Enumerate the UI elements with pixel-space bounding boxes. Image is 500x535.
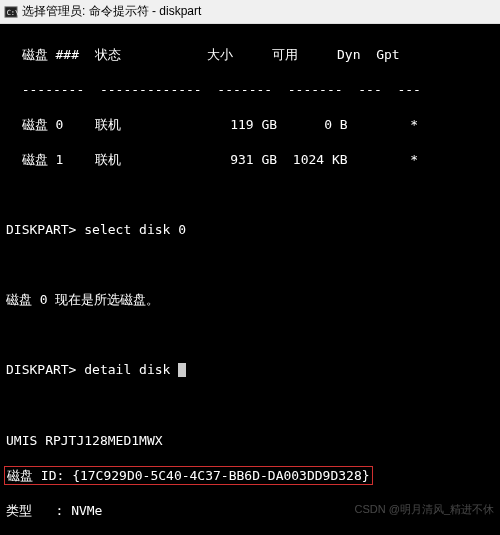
select-confirm: 磁盘 0 现在是所选磁盘。 xyxy=(6,291,494,309)
table-row: 磁盘 1 联机 931 GB 1024 KB * xyxy=(6,151,494,169)
svg-text:C:\: C:\ xyxy=(7,8,18,16)
prompt-line: DISKPART> select disk 0 xyxy=(6,221,494,239)
blank-line xyxy=(6,396,494,414)
blank-line xyxy=(6,186,494,204)
cursor xyxy=(178,363,186,377)
blank-line xyxy=(6,326,494,344)
disk-model: UMIS RPJTJ128MED1MWX xyxy=(6,432,494,450)
disk-table-divider: -------- ------------- ------- ------- -… xyxy=(6,81,494,99)
terminal-output[interactable]: 磁盘 ### 状态 大小 可用 Dyn Gpt -------- -------… xyxy=(0,24,500,535)
disk-id-line: 磁盘 ID: {17C929D0-5C40-4C37-BB6D-DA003DD9… xyxy=(6,467,494,485)
window-titlebar: C:\ 选择管理员: 命令提示符 - diskpart xyxy=(0,0,500,24)
highlight-box: 磁盘 ID: {17C929D0-5C40-4C37-BB6D-DA003DD9… xyxy=(4,466,373,486)
detail-line: 类型 : NVMe xyxy=(6,502,494,520)
table-row: 磁盘 0 联机 119 GB 0 B * xyxy=(6,116,494,134)
window-title: 选择管理员: 命令提示符 - diskpart xyxy=(22,3,201,20)
prompt-line: DISKPART> detail disk xyxy=(6,361,494,379)
cmd-icon: C:\ xyxy=(4,5,18,19)
disk-table-header: 磁盘 ### 状态 大小 可用 Dyn Gpt xyxy=(6,46,494,64)
blank-line xyxy=(6,256,494,274)
